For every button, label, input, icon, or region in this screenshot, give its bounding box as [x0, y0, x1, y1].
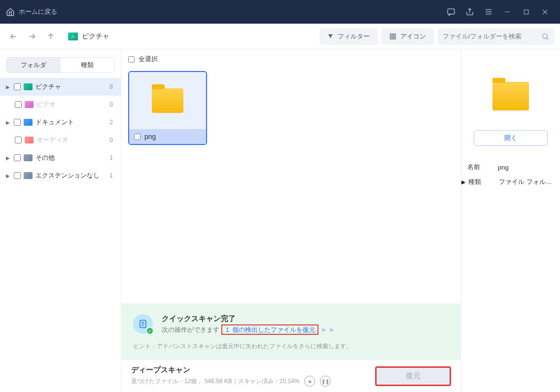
tree-checkbox[interactable]	[14, 172, 21, 179]
search-box[interactable]	[438, 28, 554, 45]
details-meta: 名前 png ▶ 種類 ファイル フォルダー	[467, 160, 554, 189]
grid-icon	[389, 33, 396, 40]
toolbar: ピクチャ フィルター アイコン	[0, 24, 560, 49]
expand-icon[interactable]: ▶	[461, 179, 465, 185]
nav-up-button[interactable]	[43, 29, 58, 44]
svg-rect-4	[390, 37, 392, 39]
svg-rect-5	[393, 37, 395, 39]
recover-detected-link[interactable]: １ 個の検出したファイルを復元	[221, 324, 319, 335]
titlebar: ホームに戻る	[0, 0, 560, 24]
deepscan-stats: 見つけたファイル：12個， 546.58 KB｜スキャン済み：20.14% ■ …	[131, 376, 375, 387]
meta-row-name: 名前 png	[467, 160, 554, 175]
deepscan-footer: ディープスキャン 見つけたファイル：12個， 546.58 KB｜スキャン済み：…	[121, 359, 461, 392]
menu-icon[interactable]	[479, 0, 498, 24]
scan-complete-icon: ✓	[133, 314, 153, 334]
svg-rect-0	[448, 9, 455, 14]
share-icon[interactable]	[460, 0, 479, 24]
breadcrumb: ピクチャ	[68, 32, 109, 41]
checkmark-icon: ✓	[146, 327, 154, 335]
folder-tree: ▶ ピクチャ 8 ビデオ 0 ▶ ドキュメント 2	[0, 78, 121, 392]
svg-point-6	[543, 34, 547, 38]
tree-checkbox[interactable]	[15, 137, 22, 143]
view-mode-button[interactable]: アイコン	[382, 28, 434, 45]
close-icon[interactable]	[535, 0, 554, 24]
audio-icon	[25, 137, 34, 143]
meta-row-type: ▶ 種類 ファイル フォルダー	[467, 175, 554, 189]
search-input[interactable]	[443, 33, 541, 40]
file-label: png	[144, 133, 156, 141]
search-icon	[541, 33, 549, 40]
tree-checkbox[interactable]	[15, 101, 22, 108]
tab-folder[interactable]: フォルダ	[6, 58, 61, 72]
stop-scan-button[interactable]: ■	[304, 376, 315, 387]
tree-checkbox[interactable]	[14, 119, 21, 126]
maximize-icon[interactable]	[517, 0, 535, 24]
quickscan-subtitle: 次の操作ができます １ 個の検出したファイルを復元 ＞ ＞	[162, 325, 335, 334]
document-icon	[24, 119, 33, 126]
file-checkbox[interactable]	[134, 134, 140, 140]
caret-icon: ▶	[6, 120, 11, 125]
pictures-icon	[68, 33, 78, 40]
other-icon	[24, 154, 33, 161]
folder-icon	[492, 82, 529, 110]
quickscan-panel: ✓ クイックスキャン完了 次の操作ができます １ 個の検出したファイルを復元 ＞…	[121, 304, 461, 359]
open-button[interactable]: 開く	[474, 130, 548, 146]
noext-icon	[24, 172, 33, 179]
sidebar: フォルダ 種類 ▶ ピクチャ 8 ビデオ 0 ▶ ドキュメント	[0, 49, 121, 392]
details-preview	[492, 82, 529, 110]
pictures-icon	[24, 83, 33, 90]
nav-back-button[interactable]	[6, 29, 21, 44]
tree-item-pictures[interactable]: ▶ ピクチャ 8	[0, 78, 121, 96]
details-panel: 開く 名前 png ▶ 種類 ファイル フォルダー	[461, 49, 560, 392]
recover-button[interactable]: 復元	[375, 366, 451, 386]
minimize-icon[interactable]	[498, 0, 517, 24]
select-all-label: 全選択	[139, 55, 158, 64]
tree-item-video[interactable]: ビデオ 0	[0, 96, 121, 113]
feedback-icon[interactable]	[442, 0, 460, 24]
folder-icon	[152, 88, 183, 113]
filter-icon	[327, 33, 334, 39]
tree-item-audio[interactable]: オーディオ 0	[0, 131, 121, 149]
tab-type[interactable]: 種類	[61, 58, 115, 72]
home-icon	[6, 7, 15, 16]
file-grid: png	[121, 69, 461, 304]
caret-icon: ▶	[6, 173, 11, 178]
svg-rect-1	[524, 10, 528, 14]
tree-item-document[interactable]: ▶ ドキュメント 2	[0, 113, 121, 131]
sidebar-tabs: フォルダ 種類	[6, 57, 115, 73]
filter-button[interactable]: フィルター	[319, 28, 378, 45]
tree-item-other[interactable]: ▶ その他 1	[0, 149, 121, 167]
tree-checkbox[interactable]	[14, 154, 21, 161]
breadcrumb-label: ピクチャ	[82, 32, 109, 41]
svg-rect-3	[393, 34, 395, 36]
caret-icon: ▶	[6, 155, 11, 161]
nav-forward-button[interactable]	[25, 29, 39, 44]
caret-icon: ▶	[6, 84, 11, 90]
quickscan-hint: ヒント：アドバンストスキャンは復元中に失われたファイルをさらに検索します。	[133, 342, 449, 351]
file-item-png[interactable]: png	[128, 71, 207, 145]
home-button[interactable]: ホームに戻る	[6, 7, 57, 16]
tree-checkbox[interactable]	[14, 83, 21, 90]
pause-scan-button[interactable]: ❚❚	[320, 376, 331, 387]
content-area: 全選択 png ✓ クイックスキャン完了	[121, 49, 461, 392]
video-icon	[25, 101, 34, 108]
select-all-checkbox[interactable]	[128, 56, 135, 63]
tree-item-noext[interactable]: ▶ エクステンションなし 1	[0, 167, 121, 184]
content-header: 全選択	[121, 49, 461, 69]
deepscan-title: ディープスキャン	[131, 365, 375, 375]
home-label: ホームに戻る	[19, 7, 57, 16]
file-thumbnail	[129, 72, 206, 129]
svg-rect-2	[390, 34, 392, 36]
quickscan-title: クイックスキャン完了	[162, 314, 335, 323]
